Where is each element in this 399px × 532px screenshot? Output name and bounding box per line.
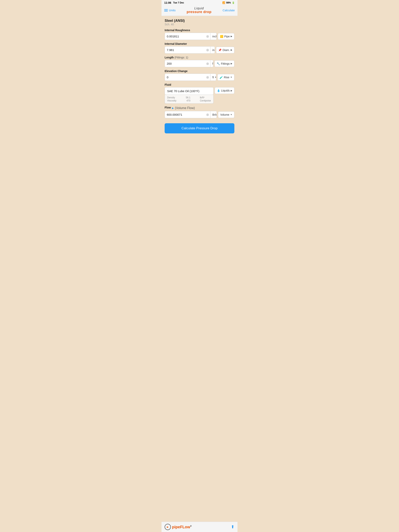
fluid-detail-values: 56.1 470	[186, 96, 190, 102]
volume-label: Volume	[220, 113, 229, 116]
hamburger-menu-icon	[164, 9, 168, 12]
diameter-button[interactable]: 📌 Diam. ▶	[216, 47, 234, 53]
fittings-button[interactable]: 🔧 Fittings ▶	[214, 60, 234, 67]
elevation-row: ⊗ ft ▼ 🧪 Rise ▼	[165, 74, 234, 81]
diameter-input-group: ⊗ inch ▼	[165, 46, 215, 54]
pipe-name: Steel (ANSI)	[165, 19, 234, 23]
diameter-icon: 📌	[218, 49, 221, 52]
flow-row: ⊗ Brls/hr ▼ Volume ▼	[165, 111, 234, 118]
flow-label: Flow	[165, 106, 171, 109]
status-time: 11:06	[164, 1, 171, 4]
fluid-input[interactable]: SAE 70 Lube Oil (100°F)	[165, 87, 213, 95]
status-bar: 11:06 Tue 7 Dec 📶 98% 🔋	[161, 0, 238, 5]
liquids-button[interactable]: 💧 Liquids ▶	[215, 87, 234, 94]
fittings-count: (Fittings: 1)	[174, 56, 188, 59]
status-icons: 📶 98% 🔋	[222, 1, 235, 4]
rise-label: Rise	[224, 76, 229, 79]
roughness-input-group: ⊗ inch ▼	[165, 33, 217, 40]
roughness-unit-select[interactable]: inch ▼	[210, 33, 217, 40]
flow-sub-label: (Volume Flow)	[175, 106, 195, 110]
flow-section: Flow ▶ (Volume Flow) ⊗ Brls/hr ▼ Volume …	[165, 106, 234, 118]
elevation-input[interactable]	[165, 74, 205, 81]
elevation-section: Elevation Change ⊗ ft ▼ 🧪 Rise ▼	[165, 70, 234, 81]
elevation-clear-button[interactable]: ⊗	[205, 76, 210, 79]
liquids-icon: 💧	[217, 89, 220, 92]
fluid-detail-units: lb/ft³ Centipoise	[200, 96, 211, 102]
nav-bar: Units Liquid pressure drop Calculate	[161, 5, 238, 16]
diameter-section: Internal Diameter ⊗ inch ▼ 📌 Diam. ▶	[165, 42, 234, 54]
app-title: Liquid pressure drop	[187, 7, 212, 14]
length-clear-button[interactable]: ⊗	[205, 62, 210, 65]
elevation-label: Elevation Change	[165, 70, 234, 73]
pipe-arrow-icon: ▶	[231, 35, 232, 38]
fittings-button-label: Fittings	[221, 62, 230, 65]
rise-arrow-icon: ▼	[230, 76, 232, 78]
roughness-section: Internal Roughness ⊗ inch ▼ 🟨 Pipe ▶	[165, 29, 234, 40]
calculate-pressure-drop-button[interactable]: Calculate Pressure Drop	[165, 123, 234, 133]
fittings-arrow-icon: ▶	[231, 62, 232, 65]
length-input[interactable]	[165, 60, 205, 67]
diameter-label: Internal Diameter	[165, 42, 234, 45]
volume-select[interactable]: Volume ▼	[218, 111, 234, 118]
viscosity-value: 470	[187, 99, 190, 102]
flow-label-row: Flow ▶ (Volume Flow)	[165, 106, 234, 110]
liquids-arrow-icon: ▶	[231, 89, 232, 92]
nav-units-button[interactable]: Units	[164, 9, 175, 12]
roughness-label: Internal Roughness	[165, 29, 234, 32]
main-content: Steel (ANSI) Sch. 40 Internal Roughness …	[161, 16, 238, 149]
roughness-unit-label: inch	[212, 35, 217, 38]
diameter-clear-button[interactable]: ⊗	[205, 48, 210, 52]
diameter-input[interactable]	[165, 47, 205, 53]
fluid-section-row: SAE 70 Lube Oil (100°F) Density Viscosit…	[165, 87, 234, 104]
roughness-row: ⊗ inch ▼ 🟨 Pipe ▶	[165, 33, 234, 40]
status-date: Tue 7 Dec	[173, 1, 184, 4]
viscosity-unit: Centipoise	[200, 99, 211, 102]
pipe-title: Steel (ANSI) Sch. 40	[165, 19, 234, 26]
battery-icon: 🔋	[232, 1, 235, 4]
calculate-nav-button[interactable]: Calculate	[223, 9, 235, 12]
diameter-arrow-icon: ▶	[231, 49, 232, 51]
roughness-clear-button[interactable]: ⊗	[205, 35, 210, 38]
diameter-unit-label: inch	[212, 49, 215, 52]
fluid-details: Density Viscosity 56.1 470 lb/ft³ Centip…	[165, 95, 213, 104]
fluid-left: SAE 70 Lube Oil (100°F) Density Viscosit…	[165, 87, 213, 104]
length-unit-label: ft	[212, 62, 213, 65]
title-liquid: Liquid	[187, 7, 212, 10]
fluid-section: Fluid SAE 70 Lube Oil (100°F) Density Vi…	[165, 83, 234, 104]
pipe-icon: 🟨	[220, 35, 223, 38]
length-row: ⊗ ft ▼ 🔧 Fittings ▶	[165, 60, 234, 67]
flow-input-group: ⊗ Brls/hr ▼	[165, 111, 217, 118]
elevation-unit-label: ft	[212, 76, 214, 79]
units-label: Units	[169, 9, 175, 12]
liquids-button-label: Liquids	[221, 89, 230, 92]
fluid-main-row: SAE 70 Lube Oil (100°F)	[165, 87, 213, 95]
length-input-group: ⊗ ft ▼	[165, 60, 213, 67]
volume-arrow-icon: ▼	[230, 114, 232, 116]
roughness-input[interactable]	[165, 33, 205, 40]
flow-play-icon[interactable]: ▶	[172, 107, 174, 109]
length-section: Length (Fittings: 1) ⊗ ft ▼ 🔧 Fittings ▶	[165, 56, 234, 67]
length-unit-select[interactable]: ft ▼	[210, 60, 213, 67]
length-label: Length (Fittings: 1)	[165, 56, 234, 59]
fluid-detail-labels: Density Viscosity	[167, 96, 176, 102]
diameter-unit-select[interactable]: inch ▼	[210, 47, 215, 53]
rise-select[interactable]: 🧪 Rise ▼	[217, 74, 234, 81]
flow-unit-select[interactable]: Brls/hr ▼	[210, 111, 217, 118]
density-unit: lb/ft³	[200, 96, 211, 99]
battery-level: 98%	[226, 1, 231, 4]
fittings-icon: 🔧	[217, 62, 220, 65]
pipe-button-label: Pipe	[224, 35, 230, 38]
flow-clear-button[interactable]: ⊗	[205, 113, 210, 116]
flow-unit-label: Brls/hr	[212, 113, 217, 116]
flow-input[interactable]	[165, 111, 205, 118]
fluid-label: Fluid	[165, 83, 234, 86]
elevation-unit-select[interactable]: ft ▼	[210, 74, 216, 81]
wifi-icon: 📶	[222, 1, 225, 4]
pipe-button[interactable]: 🟨 Pipe ▶	[218, 33, 234, 40]
rise-icon: 🧪	[219, 76, 223, 79]
diameter-row: ⊗ inch ▼ 📌 Diam. ▶	[165, 46, 234, 54]
title-pressure-drop: pressure drop	[187, 10, 212, 14]
pipe-schedule: Sch. 40	[165, 23, 234, 26]
diameter-button-label: Diam.	[223, 49, 230, 52]
density-value: 56.1	[186, 96, 190, 99]
